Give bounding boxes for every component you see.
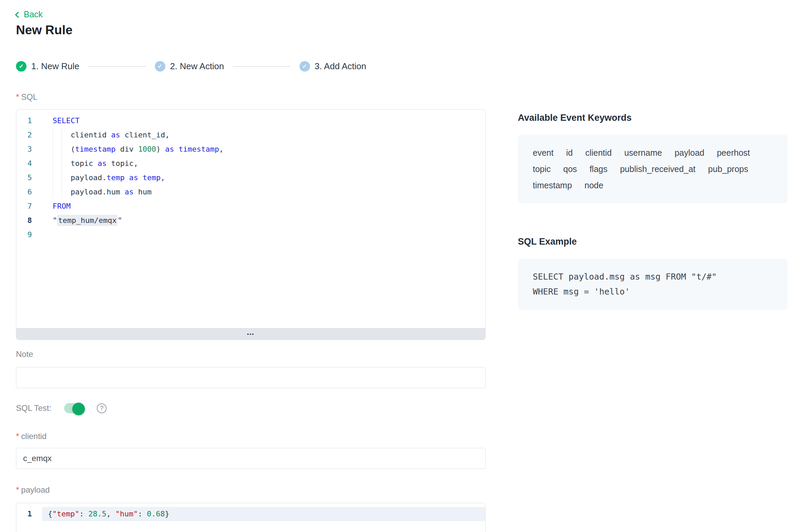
line-number: 2 [16,128,32,142]
indent-guide [53,128,53,142]
indent-guide [61,142,62,156]
code-text: "temp_hum/emqx" [53,213,122,228]
event-keywords-panel: eventidclientidusernamepayloadpeerhostto… [518,134,788,204]
event-keyword: peerhost [717,145,750,161]
event-keyword: username [624,145,662,161]
line-number: 1 [16,507,32,521]
indent-guide [53,142,53,156]
payload-editor-content[interactable]: 1{"temp": 28.5, "hum": 0.68} [16,503,485,521]
code-line[interactable]: 4 topic as topic, [16,156,485,171]
code-line[interactable]: 1SELECT [16,114,485,128]
code-line[interactable]: 6 payload.hum as hum [16,185,485,199]
indent-guide [53,156,53,171]
clientid-label: *clientid [16,432,47,441]
sql-example-panel: SELECT payload.msg as msg FROM "t/#"WHER… [518,259,788,310]
code-line[interactable]: 3 (timestamp div 1000) as timestamp, [16,142,485,156]
code-text: payload.hum as hum [53,185,151,199]
line-number: 5 [16,171,32,185]
code-line[interactable]: 9 [16,228,485,242]
code-text: topic as topic, [53,156,138,171]
page-title: New Rule [16,23,73,37]
event-keyword: node [584,177,603,193]
clientid-input[interactable] [16,448,486,469]
event-keyword: timestamp [533,177,572,193]
step-item[interactable]: ✓1. New Rule [16,61,79,72]
help-icon[interactable]: ? [97,403,107,413]
event-keyword: pub_props [708,161,748,177]
step-check-icon: ✓ [16,61,26,72]
indent-guide [61,128,62,142]
code-text: (timestamp div 1000) as timestamp, [53,142,223,156]
step-connector [88,66,146,67]
sql-editor[interactable]: 1SELECT2 clientid as client_id,3 (timest… [16,109,486,340]
indent-guide [61,171,62,185]
event-keyword: topic [533,161,551,177]
step-check-icon: ✓ [155,61,165,72]
code-line[interactable]: 2 clientid as client_id, [16,128,485,142]
sql-test-label: SQL Test: [16,403,51,413]
indent-guide [53,171,53,185]
event-keyword: qos [563,161,577,177]
indent-guide [61,185,62,199]
line-number: 4 [16,156,32,171]
required-asterisk: * [16,92,19,101]
event-keyword: publish_received_at [620,161,695,177]
sql-field-label: *SQL [16,92,37,102]
sql-test-row: SQL Test: ? [16,403,107,413]
event-keyword: event [533,145,553,161]
code-line[interactable]: 5 payload.temp as temp, [16,171,485,185]
code-text: payload.temp as temp, [53,171,165,185]
payload-editor[interactable]: 1{"temp": 28.5, "hum": 0.68} [16,503,486,532]
line-number: 8 [16,213,32,228]
step-item[interactable]: ✓3. Add Action [299,61,366,72]
code-text: clientid as client_id, [53,128,169,142]
code-line[interactable]: 8"temp_hum/emqx" [16,213,485,228]
back-label: Back [24,10,43,19]
step-label: 3. Add Action [315,61,366,72]
sql-editor-content[interactable]: 1SELECT2 clientid as client_id,3 (timest… [16,110,485,328]
code-text: SELECT [53,114,79,128]
line-number: 6 [16,185,32,199]
event-keyword: flags [589,161,607,177]
note-label: Note [16,349,33,359]
line-number: 7 [16,199,32,213]
toggle-knob [72,403,85,415]
step-check-icon: ✓ [299,61,310,72]
step-connector [233,66,291,67]
code-line[interactable]: 7FROM [16,199,485,213]
step-item[interactable]: ✓2. New Action [155,61,224,72]
event-keyword: clientid [585,145,612,161]
sql-example-line: SELECT payload.msg as msg FROM "t/#" [533,269,773,284]
sql-test-toggle[interactable] [64,403,84,413]
event-keyword: id [566,145,572,161]
step-indicator: ✓1. New Rule✓2. New Action✓3. Add Action [16,61,366,72]
keywords-title: Available Event Keywords [518,113,632,123]
indent-guide [53,185,53,199]
note-input[interactable] [16,367,486,388]
event-keyword: payload [675,145,705,161]
payload-label: *payload [16,485,50,495]
sql-example-title: SQL Example [518,236,577,247]
step-label: 1. New Rule [31,61,79,72]
chevron-left-icon [15,12,21,18]
editor-resize-handle[interactable]: ••• [16,328,485,340]
line-number: 3 [16,142,32,156]
required-asterisk: * [16,432,19,441]
line-number: 1 [16,114,32,128]
code-line[interactable]: 1{"temp": 28.5, "hum": 0.68} [16,507,485,521]
line-number: 9 [16,228,32,242]
sql-example-line: WHERE msg = 'hello' [533,284,773,299]
step-label: 2. New Action [170,61,224,72]
code-text: {"temp": 28.5, "hum": 0.68} [48,507,169,521]
back-link[interactable]: Back [16,10,43,19]
required-asterisk: * [16,485,19,494]
indent-guide [61,156,62,171]
code-text: FROM [53,199,71,213]
